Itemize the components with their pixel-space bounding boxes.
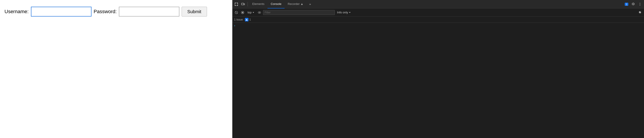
settings-icon[interactable]: [630, 1, 636, 7]
console-toolbar: top Info only: [232, 8, 644, 16]
devtools-panel: Elements Console Recorder ▲ » 1: [232, 0, 644, 138]
more-options-icon[interactable]: [637, 1, 643, 7]
issues-bar: 1 Issue: 1: [232, 16, 644, 23]
svg-point-10: [259, 12, 260, 13]
issues-label: 1 Issue:: [234, 18, 244, 21]
clear-console-icon[interactable]: [234, 10, 239, 15]
main-page: Username: Password: Submit: [0, 0, 232, 138]
issues-badge[interactable]: 1: [245, 18, 251, 21]
devtools-tabs: Elements Console Recorder ▲: [249, 0, 306, 8]
toolbar-divider: [248, 2, 248, 6]
stop-icon[interactable]: [240, 10, 245, 15]
tab-console[interactable]: Console: [268, 0, 284, 8]
tab-elements[interactable]: Elements: [249, 0, 268, 8]
console-expand-arrow[interactable]: ›: [234, 24, 235, 27]
show-hide-icon[interactable]: [257, 10, 262, 15]
svg-point-2: [640, 3, 640, 3]
top-frame-dropdown[interactable]: top: [246, 10, 256, 14]
tab-count-badge: 1: [625, 3, 628, 6]
svg-point-3: [640, 4, 640, 4]
svg-line-6: [236, 12, 237, 13]
password-label: Password:: [94, 9, 117, 14]
log-level-dropdown[interactable]: Info only: [336, 10, 352, 14]
issues-count: 1: [249, 18, 251, 21]
svg-point-4: [640, 5, 640, 5]
devtools-right-icons: 1: [623, 1, 643, 7]
console-content: ›: [232, 23, 644, 138]
inspect-element-icon[interactable]: [233, 1, 240, 7]
devtools-top-toolbar: Elements Console Recorder ▲ » 1: [232, 0, 644, 8]
svg-rect-1: [244, 3, 245, 5]
console-filter-input[interactable]: [263, 10, 335, 15]
more-tabs-button[interactable]: »: [307, 1, 313, 7]
console-settings-icon[interactable]: [637, 10, 643, 15]
svg-rect-8: [242, 12, 243, 13]
username-label: Username:: [4, 9, 29, 14]
tab-badge-button[interactable]: 1: [623, 1, 630, 7]
submit-button[interactable]: Submit: [182, 7, 207, 16]
tab-recorder[interactable]: Recorder ▲: [284, 0, 306, 8]
username-input[interactable]: [31, 7, 92, 16]
password-input[interactable]: [119, 7, 180, 16]
login-form: Username: Password: Submit: [4, 7, 207, 16]
svg-rect-0: [242, 3, 244, 5]
device-toolbar-icon[interactable]: [240, 1, 246, 7]
issue-icon: [245, 18, 248, 21]
